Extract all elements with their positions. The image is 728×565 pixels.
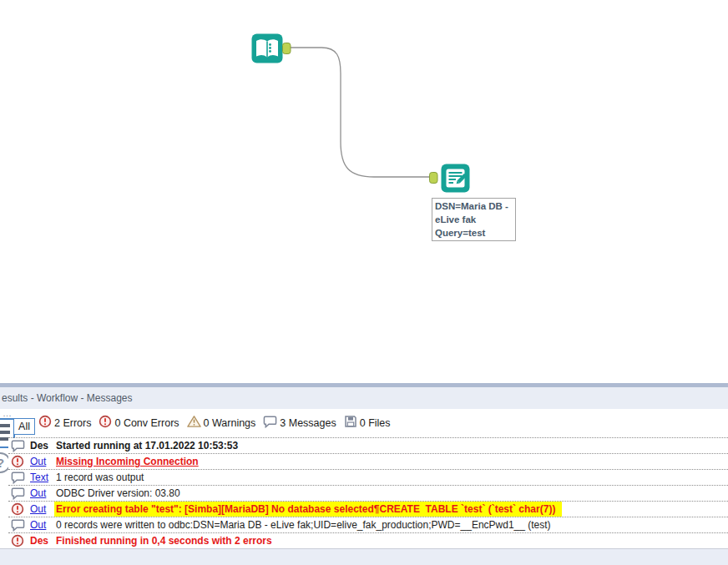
filter-errors-button[interactable]: 2 Errors bbox=[38, 415, 91, 431]
message-row[interactable]: Out Error creating table "test": [Simba]… bbox=[8, 502, 728, 517]
results-panel-footer bbox=[0, 548, 728, 565]
message-icon bbox=[263, 415, 277, 431]
annotation-line: eLive fak bbox=[435, 213, 513, 226]
message-row[interactable]: Out Missing Incoming Connection bbox=[8, 454, 728, 470]
message-row[interactable]: Text 1 record was output bbox=[8, 470, 728, 486]
annotation-line: DSN=Maria DB - bbox=[435, 199, 513, 213]
message-row[interactable]: Des Started running at 17.01.2022 10:53:… bbox=[8, 438, 728, 454]
tool-annotation[interactable]: DSN=Maria DB - eLive fak Query=test bbox=[432, 198, 516, 241]
results-panel-title: esults - Workflow - Messages bbox=[0, 387, 728, 409]
overflow-dots-icon: … bbox=[3, 408, 13, 418]
message-text: Finished running in 0,4 seconds with 2 e… bbox=[56, 533, 272, 548]
message-row[interactable]: Out ODBC Driver version: 03.80 bbox=[8, 486, 728, 502]
message-source-link[interactable]: Text bbox=[30, 470, 52, 485]
filter-label: 0 Warnings bbox=[204, 417, 256, 429]
output-data-tool[interactable] bbox=[441, 164, 470, 196]
message-source-link[interactable]: Out bbox=[30, 454, 52, 469]
error-icon bbox=[99, 415, 112, 431]
output-data-tool-icon bbox=[441, 181, 470, 195]
error-icon bbox=[38, 415, 52, 431]
message-text: 1 record was output bbox=[56, 470, 144, 485]
list-icon bbox=[0, 431, 10, 434]
message-icon bbox=[11, 518, 25, 532]
input-data-tool-icon bbox=[251, 52, 283, 66]
message-icon bbox=[11, 487, 25, 500]
warning-icon bbox=[187, 415, 201, 431]
connector-line[interactable] bbox=[0, 0, 728, 383]
message-list: Des Started running at 17.01.2022 10:53:… bbox=[8, 437, 728, 549]
error-icon bbox=[11, 455, 25, 468]
message-source-link[interactable]: Out bbox=[30, 517, 52, 532]
message-text: Error creating table "test": [Simba][Mar… bbox=[56, 502, 555, 517]
filter-conv-errors-button[interactable]: 0 Conv Errors bbox=[99, 415, 179, 431]
message-source-link[interactable]: Out bbox=[30, 502, 52, 517]
workflow-canvas[interactable]: DSN=Maria DB - eLive fak Query=test bbox=[0, 0, 728, 383]
annotation-line: Query=test bbox=[435, 226, 513, 240]
message-text: Missing Incoming Connection bbox=[56, 454, 199, 469]
filter-label: 3 Messages bbox=[280, 417, 336, 429]
message-source-link[interactable]: Out bbox=[30, 486, 52, 501]
message-icon bbox=[11, 439, 25, 452]
filter-all-button[interactable]: All bbox=[13, 418, 35, 435]
message-text: 0 records were written to odbc:DSN=Maria… bbox=[56, 517, 551, 532]
message-source-link: Des bbox=[30, 438, 52, 453]
filter-label: 0 Files bbox=[360, 417, 391, 429]
filter-messages-button[interactable]: 3 Messages bbox=[263, 415, 336, 431]
message-text: Started running at 17.01.2022 10:53:53 bbox=[56, 438, 238, 453]
input-data-tool[interactable] bbox=[251, 33, 283, 67]
list-icon bbox=[0, 424, 10, 427]
message-row[interactable]: Des Finished running in 0,4 seconds with… bbox=[8, 533, 728, 549]
message-source-link: Des bbox=[30, 533, 52, 548]
filter-files-button[interactable]: 0 Files bbox=[344, 415, 391, 431]
message-icon bbox=[11, 471, 25, 484]
message-text: ODBC Driver version: 03.80 bbox=[56, 486, 180, 501]
input-anchor-icon[interactable] bbox=[429, 172, 438, 187]
error-icon bbox=[11, 534, 25, 547]
filter-label: 0 Conv Errors bbox=[114, 417, 179, 429]
filter-label: 2 Errors bbox=[54, 417, 91, 429]
output-anchor-icon[interactable] bbox=[282, 43, 291, 58]
results-filter-bar: 2 Errors 0 Conv Errors 0 Warnings 3 Mess… bbox=[38, 409, 391, 436]
message-row[interactable]: Out 0 records were written to odbc:DSN=M… bbox=[8, 517, 728, 533]
save-file-icon bbox=[344, 415, 357, 431]
filter-warnings-button[interactable]: 0 Warnings bbox=[187, 415, 256, 431]
results-panel: … ? All 2 Errors 0 Conv Errors 0 Warning… bbox=[0, 409, 728, 565]
error-icon bbox=[11, 502, 25, 516]
